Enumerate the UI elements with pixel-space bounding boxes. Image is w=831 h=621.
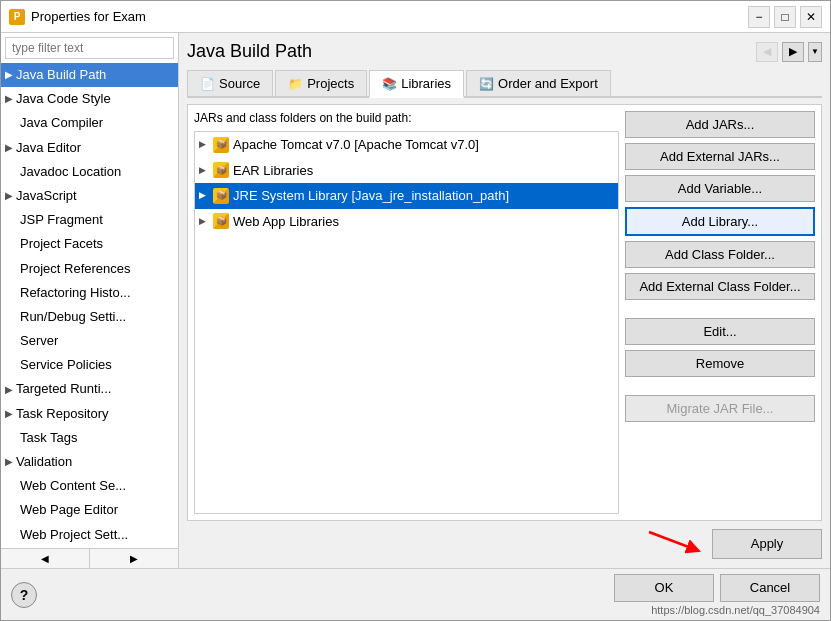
bottom-right: OK Cancel https://blog.csdn.net/qq_37084…: [614, 574, 820, 616]
libraries-panel: JARs and class folders on the build path…: [187, 104, 822, 521]
tree-item-webapp[interactable]: ▶ 📦 Web App Libraries: [195, 209, 618, 235]
sidebar-item-jsp-fragment[interactable]: ▶ JSP Fragment: [1, 208, 178, 232]
nav-dropdown-button[interactable]: ▼: [808, 42, 822, 62]
library-icon: 📦: [213, 188, 229, 204]
close-button[interactable]: ✕: [800, 6, 822, 28]
order-tab-icon: 🔄: [479, 77, 494, 91]
sidebar-item-web-project-settings[interactable]: ▶ Web Project Sett...: [1, 523, 178, 547]
add-library-button[interactable]: Add Library...: [625, 207, 815, 236]
apply-arrow-indicator: [644, 527, 704, 560]
cancel-button[interactable]: Cancel: [720, 574, 820, 602]
sidebar-item-label: Refactoring Histo...: [20, 284, 131, 302]
tree-item-tomcat[interactable]: ▶ 📦 Apache Tomcat v7.0 [Apache Tomcat v7…: [195, 132, 618, 158]
tree-item-label: Web App Libraries: [233, 212, 339, 232]
add-external-jars-button[interactable]: Add External JARs...: [625, 143, 815, 170]
scroll-right-button[interactable]: ▶: [90, 549, 178, 568]
tab-source[interactable]: 📄 Source: [187, 70, 273, 96]
tree-item-label: EAR Libraries: [233, 161, 313, 181]
sidebar-item-label: Project Facets: [20, 235, 103, 253]
title-bar: P Properties for Exam − □ ✕: [1, 1, 830, 33]
status-url: https://blog.csdn.net/qq_37084904: [651, 604, 820, 616]
arrow-icon: ▶: [5, 455, 13, 469]
tab-order-label: Order and Export: [498, 76, 598, 91]
maximize-button[interactable]: □: [774, 6, 796, 28]
scroll-left-button[interactable]: ◀: [1, 549, 90, 568]
tree-item-label: JRE System Library [Java_jre_installatio…: [233, 186, 509, 206]
edit-button[interactable]: Edit...: [625, 318, 815, 345]
panel-left: JARs and class folders on the build path…: [194, 111, 619, 514]
bottom-bar: ? OK Cancel https://blog.csdn.net/qq_370…: [1, 568, 830, 620]
sidebar-list: ▶ Java Build Path ▶ Java Code Style ▶ Ja…: [1, 63, 178, 548]
tabs-row: 📄 Source 📁 Projects 📚 Libraries 🔄 Order …: [187, 70, 822, 98]
sidebar-item-web-content-settings[interactable]: ▶ Web Content Se...: [1, 474, 178, 498]
arrow-icon: ▶: [5, 383, 13, 397]
tab-projects[interactable]: 📁 Projects: [275, 70, 367, 96]
tab-order-export[interactable]: 🔄 Order and Export: [466, 70, 611, 96]
filter-input[interactable]: [5, 37, 174, 59]
main-area: ▶ Java Build Path ▶ Java Code Style ▶ Ja…: [1, 33, 830, 568]
button-spacer: [625, 305, 815, 313]
sidebar-scroll-controls: ◀ ▶: [1, 548, 178, 568]
tree-arrow-icon: ▶: [199, 164, 209, 178]
sidebar-item-label: Web Page Editor: [20, 501, 118, 519]
tab-libraries[interactable]: 📚 Libraries: [369, 70, 464, 98]
sidebar-item-java-editor[interactable]: ▶ Java Editor: [1, 136, 178, 160]
svg-line-0: [649, 532, 694, 549]
tree-item-jre[interactable]: ▶ 📦 JRE System Library [Java_jre_install…: [195, 183, 618, 209]
remove-button[interactable]: Remove: [625, 350, 815, 377]
arrow-icon: ▶: [5, 189, 13, 203]
sidebar-item-project-references[interactable]: ▶ Project References: [1, 257, 178, 281]
nav-back-button[interactable]: ◀: [756, 42, 778, 62]
button-spacer-2: [625, 382, 815, 390]
sidebar-item-task-tags[interactable]: ▶ Task Tags: [1, 426, 178, 450]
sidebar-item-label: Targeted Runti...: [16, 380, 111, 398]
sidebar-item-java-build-path[interactable]: ▶ Java Build Path: [1, 63, 178, 87]
sidebar-item-service-policies[interactable]: ▶ Service Policies: [1, 353, 178, 377]
add-variable-button[interactable]: Add Variable...: [625, 175, 815, 202]
content-header: Java Build Path ◀ ▶ ▼: [187, 41, 822, 62]
sidebar-item-task-repository[interactable]: ▶ Task Repository: [1, 402, 178, 426]
tree-item-ear[interactable]: ▶ 📦 EAR Libraries: [195, 158, 618, 184]
add-external-class-folder-button[interactable]: Add External Class Folder...: [625, 273, 815, 300]
arrow-icon: ▶: [5, 68, 13, 82]
sidebar-item-label: Task Tags: [20, 429, 78, 447]
sidebar-item-server[interactable]: ▶ Server: [1, 329, 178, 353]
tree-area: ▶ 📦 Apache Tomcat v7.0 [Apache Tomcat v7…: [194, 131, 619, 514]
sidebar-item-java-code-style[interactable]: ▶ Java Code Style: [1, 87, 178, 111]
tree-arrow-icon: ▶: [199, 138, 209, 152]
window-title: Properties for Exam: [31, 9, 742, 24]
sidebar-item-label: JavaScript: [16, 187, 77, 205]
sidebar-item-validation[interactable]: ▶ Validation: [1, 450, 178, 474]
sidebar-item-refactoring-history[interactable]: ▶ Refactoring Histo...: [1, 281, 178, 305]
sidebar-item-run-debug-settings[interactable]: ▶ Run/Debug Setti...: [1, 305, 178, 329]
tab-source-label: Source: [219, 76, 260, 91]
libraries-tab-icon: 📚: [382, 77, 397, 91]
ok-button[interactable]: OK: [614, 574, 714, 602]
arrow-icon: ▶: [5, 141, 13, 155]
sidebar-item-label: Task Repository: [16, 405, 108, 423]
arrow-icon: ▶: [5, 407, 13, 421]
add-jars-button[interactable]: Add JARs...: [625, 111, 815, 138]
panel-right: Add JARs... Add External JARs... Add Var…: [625, 111, 815, 514]
nav-forward-button[interactable]: ▶: [782, 42, 804, 62]
add-class-folder-button[interactable]: Add Class Folder...: [625, 241, 815, 268]
sidebar-item-label: Java Compiler: [20, 114, 103, 132]
window-icon: P: [9, 9, 25, 25]
window-controls: − □ ✕: [748, 6, 822, 28]
sidebar-item-project-facets[interactable]: ▶ Project Facets: [1, 232, 178, 256]
tab-projects-label: Projects: [307, 76, 354, 91]
apply-button[interactable]: Apply: [712, 529, 822, 559]
sidebar-item-web-page-editor[interactable]: ▶ Web Page Editor: [1, 498, 178, 522]
help-button[interactable]: ?: [11, 582, 37, 608]
sidebar-item-label: Web Content Se...: [20, 477, 126, 495]
sidebar-item-label: JSP Fragment: [20, 211, 103, 229]
panel-description: JARs and class folders on the build path…: [194, 111, 619, 125]
sidebar-item-java-compiler[interactable]: ▶ Java Compiler: [1, 111, 178, 135]
sidebar-item-targeted-runtime[interactable]: ▶ Targeted Runti...: [1, 377, 178, 401]
migrate-jar-button[interactable]: Migrate JAR File...: [625, 395, 815, 422]
sidebar-item-javascript[interactable]: ▶ JavaScript: [1, 184, 178, 208]
minimize-button[interactable]: −: [748, 6, 770, 28]
sidebar-item-label: Server: [20, 332, 58, 350]
tree-item-label: Apache Tomcat v7.0 [Apache Tomcat v7.0]: [233, 135, 479, 155]
sidebar-item-javadoc-location[interactable]: ▶ Javadoc Location: [1, 160, 178, 184]
